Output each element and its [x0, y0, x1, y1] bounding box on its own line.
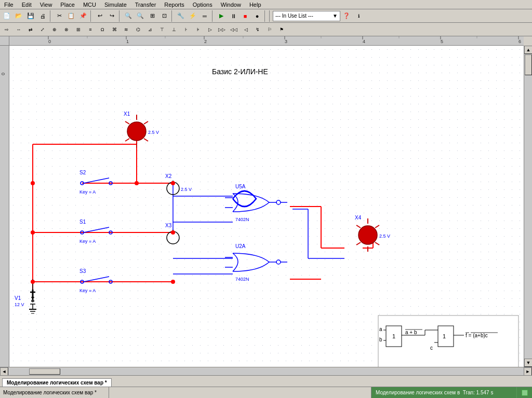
menu-reports[interactable]: Reports: [162, 1, 187, 8]
sim-tb-btn20[interactable]: ◁◁: [228, 24, 240, 35]
scroll-left-button[interactable]: ◄: [0, 367, 8, 376]
zoom-in-button[interactable]: 🔍: [123, 10, 134, 22]
menu-simulate[interactable]: Simulate: [102, 1, 129, 8]
right-scrollbar[interactable]: ▲ ▼: [524, 46, 532, 367]
stop-button[interactable]: ■: [240, 10, 251, 22]
open-button[interactable]: 📂: [13, 10, 24, 22]
sim-tb-btn11[interactable]: ≋: [121, 24, 132, 35]
scroll-down-button[interactable]: ▼: [524, 359, 532, 367]
canvas-area[interactable]: Базис 2-ИЛИ-НЕ: [9, 46, 524, 367]
print-button[interactable]: 🖨: [37, 10, 48, 22]
scroll-track-v[interactable]: [524, 54, 532, 359]
scroll-right-button[interactable]: ►: [524, 367, 532, 376]
zoom-out-button[interactable]: 🔍: [135, 10, 146, 22]
menu-file[interactable]: File: [2, 1, 16, 8]
svg-text:X3: X3: [165, 223, 172, 228]
bus-button[interactable]: ═: [199, 10, 210, 22]
sim-tb-btn18[interactable]: ▷: [204, 24, 216, 35]
sim-tb-btn2[interactable]: ↔: [13, 24, 24, 35]
menu-transfer[interactable]: Transfer: [133, 1, 158, 8]
help-button[interactable]: ❓: [341, 10, 352, 22]
svg-text:X2: X2: [165, 173, 172, 179]
toolbar-sep5: [212, 10, 214, 22]
sim-tb-btn6[interactable]: ⊗: [61, 24, 72, 35]
sim-tb-btn9[interactable]: Ω: [97, 24, 108, 35]
tab-label: Моделирование логических схем вар *: [7, 380, 107, 386]
toolbar-sep3: [119, 10, 121, 22]
ruler-corner: [0, 36, 9, 46]
in-use-list-dropdown[interactable]: --- In Use List --- ▼: [273, 11, 340, 21]
ruler-scroll-corner: [524, 36, 532, 46]
svg-text:a + b: a + b: [405, 330, 417, 335]
zoom-fit-button[interactable]: ⊞: [147, 10, 158, 22]
sim-tb-btn1[interactable]: ⇨: [1, 24, 12, 35]
ruler-mark-2: 2: [204, 39, 207, 44]
sim-tb-btn8[interactable]: ≡: [85, 24, 96, 35]
sim-tb-btn17[interactable]: ⊧: [192, 24, 204, 35]
menu-help[interactable]: Help: [247, 1, 263, 8]
sim-tb-btn5[interactable]: ⊕: [49, 24, 60, 35]
ruler-mark-6: 6: [518, 39, 521, 44]
svg-text:X4: X4: [355, 215, 362, 221]
svg-text:2.5 V: 2.5 V: [181, 187, 192, 192]
menu-edit[interactable]: Edit: [20, 1, 34, 8]
sim-tb-btn3[interactable]: ⇄: [25, 24, 36, 35]
sim-tb-btn23[interactable]: ⚐: [264, 24, 275, 35]
top-ruler: 0 1 2 3 4 5 6: [9, 36, 524, 46]
scroll-thumb-h[interactable]: [29, 368, 60, 375]
junction-left1: [31, 181, 35, 185]
sim-tb-btn19[interactable]: ▷▷: [216, 24, 228, 35]
cut-button[interactable]: ✂: [54, 10, 65, 22]
svg-text:12 V: 12 V: [15, 302, 24, 307]
scroll-track-h[interactable]: [8, 368, 524, 375]
pause-button[interactable]: ⏸: [228, 10, 239, 22]
save-button[interactable]: 💾: [25, 10, 36, 22]
undo-button[interactable]: ↩: [94, 10, 105, 22]
svg-text:2.5 V: 2.5 V: [379, 234, 390, 239]
sim-tb-btn15[interactable]: ⊥: [168, 24, 180, 35]
menu-window[interactable]: Window: [219, 1, 243, 8]
svg-text:S1: S1: [79, 219, 86, 225]
svg-text:Key = A: Key = A: [79, 288, 96, 293]
paste-button[interactable]: 📌: [77, 10, 89, 22]
sim-tb-btn7[interactable]: ⊞: [73, 24, 84, 35]
sim-tb-btn14[interactable]: ⊤: [156, 24, 168, 35]
svg-text:f = (a+b)c: f = (a+b)c: [466, 333, 488, 338]
svg-text:b: b: [379, 337, 382, 342]
sim-tb-btn12[interactable]: ⌬: [132, 24, 144, 35]
info-button[interactable]: ℹ: [353, 10, 364, 22]
sim-tb-btn13[interactable]: ⊿: [144, 24, 156, 35]
zoom-area-button[interactable]: ⊡: [158, 10, 170, 22]
component-button[interactable]: 🔧: [175, 10, 187, 22]
svg-text:Key = A: Key = A: [79, 189, 96, 195]
svg-text:S3: S3: [79, 268, 86, 274]
svg-text:7402N: 7402N: [235, 217, 249, 222]
tab-main[interactable]: Моделирование логических схем вар *: [2, 378, 112, 387]
step-button[interactable]: ●: [251, 10, 263, 22]
menu-options[interactable]: Options: [191, 1, 215, 8]
new-button[interactable]: 📄: [1, 10, 12, 22]
sim-tb-btn4[interactable]: ⤢: [37, 24, 48, 35]
menu-view[interactable]: View: [38, 1, 55, 8]
sim-tb-btn22[interactable]: ↯: [252, 24, 263, 35]
wire-button[interactable]: ⚡: [187, 10, 198, 22]
svg-text:2.5 V: 2.5 V: [148, 130, 159, 135]
redo-button[interactable]: ↪: [106, 10, 117, 22]
sim-tb-btn16[interactable]: ⊦: [180, 24, 192, 35]
junction-x1-s2: [135, 181, 139, 185]
bottom-scrollbar[interactable]: ◄ ►: [0, 367, 532, 375]
menu-place[interactable]: Place: [58, 1, 77, 8]
sim-tb-btn24[interactable]: ⚑: [276, 24, 287, 35]
scroll-thumb-v[interactable]: [525, 54, 532, 75]
sim-tb-btn21[interactable]: ◁: [240, 24, 251, 35]
scroll-up-button[interactable]: ▲: [524, 46, 532, 54]
status-file: Моделирование логических схем вар *: [0, 387, 109, 398]
sim-tb-btn10[interactable]: ⌘: [109, 24, 120, 35]
junction-left3: [31, 280, 35, 284]
toolbar-sep2: [90, 10, 92, 22]
run-button[interactable]: ▶: [216, 10, 227, 22]
copy-button[interactable]: 📋: [65, 10, 77, 22]
status-sim-label: Моделирование логических схем в: [376, 390, 463, 395]
ruler-mark-0: 0: [48, 39, 51, 44]
menu-mcu[interactable]: MCU: [81, 1, 98, 8]
